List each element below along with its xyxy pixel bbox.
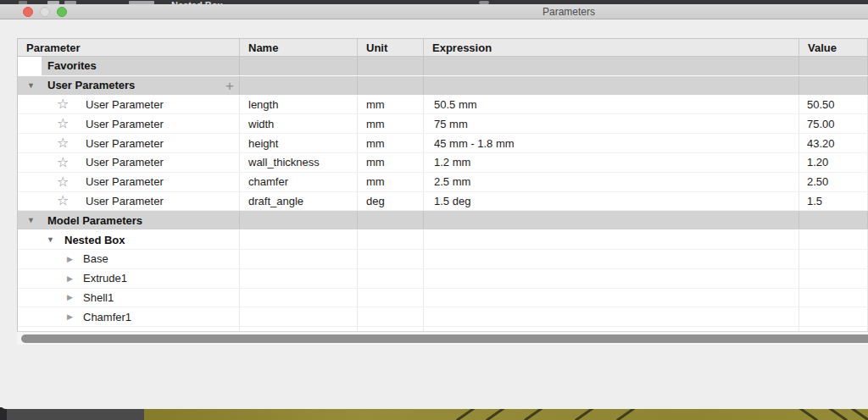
table-row-height: ☆User Parameterheightmm45 mm - 1.8 mm43.…	[18, 134, 868, 153]
cell-value	[799, 230, 868, 249]
cell-parameter: ☆User Parameter	[18, 153, 240, 172]
background-3d-model-fragment	[144, 407, 868, 420]
cell-name[interactable]: width	[240, 114, 358, 133]
minimize-button[interactable]	[40, 7, 50, 17]
favorite-star-icon[interactable]: ☆	[57, 97, 69, 111]
cell-parameter: ▶Base	[18, 250, 240, 268]
disclosure-triangle-icon[interactable]: ▼	[27, 217, 35, 224]
cell-expression[interactable]: 45 mm - 1.8 mm	[424, 134, 799, 152]
cell-unit: mm	[358, 114, 424, 133]
cell-parameter: ☆User Parameter	[18, 96, 240, 114]
cell-parameter: Favorites	[18, 57, 240, 75]
parameter-label: Favorites	[47, 59, 97, 72]
parameter-label: Model Parameters	[47, 214, 142, 227]
cell-unit: mm	[358, 173, 424, 191]
disclosure-triangle-icon[interactable]: ▶	[67, 255, 73, 262]
cell-value: 50.50	[799, 96, 868, 114]
parameter-label: Chamfer1	[83, 311, 131, 323]
cell-value	[799, 307, 868, 326]
cell-name	[240, 76, 358, 95]
cell-value	[799, 76, 868, 95]
cell-name[interactable]: draft_angle	[240, 192, 358, 211]
cell-value: 43.20	[799, 134, 868, 152]
table-row-user-parameters: ▼User Parameters+	[18, 76, 868, 96]
parameter-label: Extrude1	[83, 272, 127, 285]
cell-parameter: ☆User Parameter	[18, 114, 240, 133]
table-row-draft-angle: ☆User Parameterdraft_angledeg1.5 deg1.5	[18, 192, 868, 212]
column-header-parameter: Parameter	[18, 39, 240, 56]
cell-expression[interactable]: 50.5 mm	[424, 96, 799, 114]
cell-name[interactable]: length	[240, 96, 358, 114]
table-row-chamfer1: ▶Chamfer1	[18, 307, 868, 327]
dialog-titlebar[interactable]: Parameters	[0, 4, 868, 19]
cell-unit: mm	[358, 153, 424, 172]
table-row-model-parameters: ▼Model Parameters	[18, 211, 868, 230]
cell-parameter: ▼User Parameters+	[18, 76, 240, 95]
cell-expression[interactable]: 1.2 mm	[424, 153, 799, 172]
table-row-chamfer: ☆User Parameterchamfermm2.5 mm2.50	[18, 173, 868, 192]
table-rows: Favorites▼User Parameters+☆User Paramete…	[18, 57, 868, 331]
parameter-label: User Parameter	[86, 175, 164, 188]
cell-expression	[424, 57, 799, 75]
column-header-unit: Unit	[358, 39, 424, 56]
cell-expression[interactable]: 1.5 deg	[424, 192, 799, 211]
cell-value	[799, 289, 868, 307]
cell-unit	[358, 211, 424, 229]
cell-expression	[424, 211, 799, 229]
table-row-wall-thickness: ☆User Parameterwall_thicknessmm1.2 mm1.2…	[18, 153, 868, 173]
favorite-star-icon[interactable]: ☆	[57, 156, 69, 169]
cell-unit: mm	[358, 134, 424, 152]
cell-expression[interactable]: 2.5 mm	[424, 173, 799, 191]
cell-name	[240, 230, 358, 249]
zoom-button[interactable]	[57, 7, 67, 17]
disclosure-triangle-icon[interactable]: ▼	[47, 236, 54, 244]
parameter-label: User Parameter	[86, 137, 164, 150]
close-button[interactable]	[23, 7, 33, 17]
cell-name	[240, 269, 358, 288]
cell-expression	[424, 269, 799, 288]
horizontal-scrollbar-thumb[interactable]	[21, 334, 868, 343]
cell-parameter: ▶Chamfer1	[18, 307, 240, 326]
cell-value: 1.5	[799, 192, 868, 211]
cell-parameter: ☆User Parameter	[18, 173, 240, 191]
table-row-extrude1: ▶Extrude1	[18, 269, 868, 289]
cell-parameter: ▼Model Parameters	[18, 211, 240, 229]
parameter-label: User Parameter	[86, 195, 164, 207]
cell-name[interactable]: chamfer	[240, 173, 358, 191]
cell-value	[799, 57, 868, 75]
background-panel-fragment	[0, 407, 7, 420]
table-row-length: ☆User Parameterlengthmm50.5 mm50.50	[18, 96, 868, 115]
horizontal-scrollbar-track[interactable]	[17, 331, 868, 345]
table-row-width: ☆User Parameterwidthmm75 mm75.00	[18, 114, 868, 134]
add-parameter-button[interactable]: +	[222, 78, 237, 92]
cell-unit	[358, 307, 424, 326]
disclosure-triangle-icon[interactable]: ▶	[67, 313, 73, 321]
favorite-star-icon[interactable]: ☆	[57, 117, 69, 130]
disclosure-triangle-icon[interactable]: ▶	[67, 274, 73, 282]
disclosure-triangle-icon[interactable]: ▶	[67, 294, 73, 301]
parameter-label: Shell1	[83, 291, 114, 304]
cell-expression	[424, 307, 799, 326]
parameter-label: User Parameter	[86, 118, 164, 130]
table-row-shell1: ▶Shell1	[18, 289, 868, 308]
cell-value: 75.00	[799, 114, 868, 133]
cell-parameter: ☆User Parameter	[18, 134, 240, 152]
cell-name	[240, 307, 358, 326]
cell-value: 2.50	[799, 173, 868, 191]
table-row-favorites: Favorites	[18, 57, 868, 76]
cell-value	[799, 250, 868, 268]
cell-parameter: ▶Extrude1	[18, 269, 240, 288]
cell-expression[interactable]: 75 mm	[424, 114, 799, 133]
favorite-star-icon[interactable]: ☆	[57, 174, 69, 188]
favorite-star-icon[interactable]: ☆	[57, 194, 69, 207]
cell-name[interactable]: wall_thickness	[240, 153, 358, 172]
cell-unit	[358, 57, 424, 75]
cell-expression	[424, 289, 799, 307]
cell-value: 1.20	[799, 153, 868, 172]
cell-parameter: ▼Nested Box	[18, 230, 240, 249]
cell-unit	[358, 76, 424, 95]
disclosure-triangle-icon[interactable]: ▼	[27, 81, 35, 89]
cell-name[interactable]: height	[240, 134, 358, 152]
cell-name	[240, 57, 358, 75]
favorite-star-icon[interactable]: ☆	[57, 136, 69, 150]
